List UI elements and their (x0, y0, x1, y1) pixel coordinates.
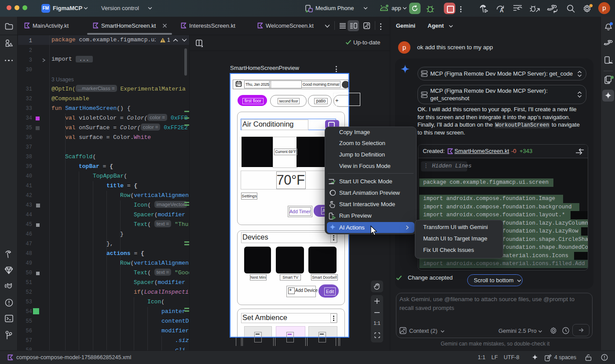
svg-text:A: A (500, 7, 504, 13)
